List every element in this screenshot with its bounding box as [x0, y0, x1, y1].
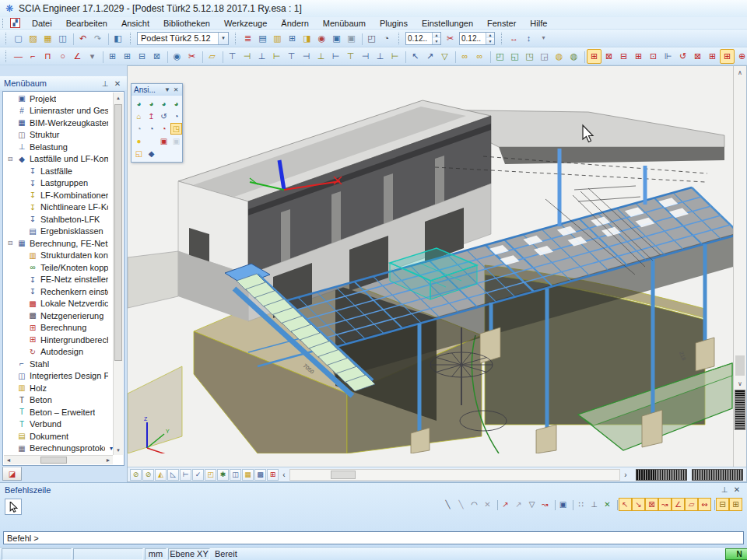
tree-item-berechnung[interactable]: ⊞ Berechnung [4, 322, 113, 334]
tree-item-strukturdaten[interactable]: ▥ Strukturdaten kont [4, 250, 113, 262]
box-green-icon[interactable]: ◳ [522, 49, 537, 64]
palette-dropdown-icon[interactable]: ▼ [163, 86, 171, 93]
perspective-icon[interactable]: ◆ [146, 148, 157, 159]
scroll-up-icon[interactable]: ▲ [114, 93, 123, 103]
snap-delete-icon[interactable]: ✕ [481, 498, 494, 511]
snap-parallel-icon[interactable]: ▱ [685, 498, 698, 511]
snap-line2-icon[interactable]: ╲ [454, 498, 468, 511]
menu-item[interactable]: Bibliotheken [156, 17, 217, 30]
open-project-icon[interactable]: ▨ [26, 31, 40, 46]
tree-item-berechnung-fe[interactable]: ⊟ ▦ Berechnung, FE-Netz [4, 237, 113, 250]
scrollbar-thumb[interactable] [331, 471, 356, 479]
snap-endpoint-icon[interactable]: ↖ [619, 498, 632, 511]
snap-cursor-icon[interactable]: ▣ [556, 498, 570, 511]
scroll-down-icon[interactable]: ∨ [734, 377, 746, 390]
layers-folder-icon[interactable]: ▱ [205, 49, 219, 64]
dim-arrow-icon[interactable]: ⊣ [358, 49, 373, 64]
view-palette-header[interactable]: Ansi... ▼ ✕ [132, 84, 182, 96]
status-cell-empty2[interactable] [73, 548, 143, 560]
tree-item-stahlbeton-lfk[interactable]: ↧ Stahlbeton-LFK [4, 213, 113, 226]
picture-icon[interactable]: ▣ [344, 31, 359, 46]
members-icon[interactable]: ◫ [230, 469, 241, 481]
notebook-icon[interactable]: ▥ [270, 31, 285, 46]
scroll-down-icon[interactable]: ▼ [114, 445, 123, 455]
dim-offset-icon[interactable]: ⊢ [269, 49, 284, 64]
menu-item[interactable]: Datei [25, 17, 59, 30]
new-project-icon[interactable]: ▢ [11, 31, 26, 46]
dim-node-icon[interactable]: ⊣ [240, 49, 254, 64]
model-viewport[interactable]: 7050 218 Z Y X Ansi... [127, 65, 747, 482]
snap-arc-icon[interactable]: ◠ [468, 498, 481, 511]
palette-close-icon[interactable]: ✕ [172, 86, 180, 93]
pin-icon[interactable]: ⊥ [719, 485, 730, 494]
tree-item-bim[interactable]: ▦ BIM-Werkzeugkasten [4, 117, 113, 129]
snap-angle-icon[interactable]: ∠ [672, 498, 685, 511]
load-beam-icon[interactable]: ⊟ [616, 49, 631, 64]
compare-members-icon[interactable]: ◰ [493, 49, 507, 64]
render-icon[interactable]: ▣ [158, 135, 170, 147]
snap-dot-grid-icon[interactable]: ∷ [574, 498, 587, 511]
visibility-icon[interactable]: ◉ [170, 49, 184, 64]
menu-tree-header[interactable]: Menübaum ⊥ ✕ [0, 76, 127, 90]
tree-item-integriertes-design[interactable]: ◫ Integriertes Design Fo [4, 370, 113, 383]
system-menu-icon[interactable]: ▞ [10, 18, 20, 28]
menu-item[interactable]: Hilfe [523, 17, 554, 30]
snap-surface-icon[interactable]: ▽ [525, 498, 538, 511]
dim-level-icon[interactable]: ⊣ [299, 49, 314, 64]
view-palette[interactable]: Ansi... ▼ ✕ ◕◕◕◕⌂↥↺◔◔◔◔◳●▣▣◱◆ [131, 83, 183, 163]
dim-chain-icon[interactable]: ⊥ [373, 49, 388, 64]
menu-item[interactable]: Plugins [373, 17, 415, 30]
tree-item-belastung[interactable]: ⊥ Belastung [4, 141, 113, 153]
boxes-icon[interactable]: ▦ [242, 469, 254, 481]
draw-angle-icon[interactable]: ∠ [70, 49, 85, 64]
tree-horizontal-scrollbar[interactable]: ◄ ► [4, 455, 113, 464]
clipping-box-icon[interactable]: ◳ [170, 123, 182, 135]
undo-icon[interactable]: ↶ [75, 31, 90, 46]
menu-drag-handle[interactable] [2, 19, 7, 28]
people-icon[interactable]: ◍ [552, 49, 566, 64]
render-mode2-icon[interactable]: ⊘ [142, 469, 154, 481]
dim-label-icon[interactable]: ⊤ [343, 49, 358, 64]
load-point-icon[interactable]: ⊡ [646, 49, 661, 64]
status-green-button[interactable]: N [725, 548, 747, 560]
flag-icon[interactable]: ⊢ [180, 469, 191, 481]
tree-item-teile-knoten[interactable]: ∞ Teile/Knoten kopp [4, 261, 113, 274]
scroll-up-icon[interactable]: ∧ [734, 66, 746, 79]
snap-tangent-icon[interactable]: ↝ [658, 498, 672, 511]
view-side-icon[interactable]: ◕ [158, 98, 170, 110]
model-canvas[interactable]: 7050 218 Z Y X [128, 66, 735, 453]
palette-divider[interactable] [146, 135, 157, 147]
people2-icon[interactable]: ◍ [566, 49, 581, 64]
status-cell-units[interactable]: mm [145, 548, 167, 560]
dim-height-icon[interactable]: ⊤ [284, 49, 299, 64]
draw-bracket-icon[interactable]: ⊓ [40, 49, 55, 64]
labels-icon[interactable]: ✓ [192, 469, 204, 481]
snap-edge-icon[interactable]: ↗ [512, 498, 525, 511]
volume-icon[interactable]: ◰ [205, 469, 216, 481]
snap-node-icon[interactable]: ↗ [499, 498, 512, 511]
zoom-all-icon[interactable]: ⌂ [133, 110, 145, 122]
tree-item-nichtlineare[interactable]: ↧ Nichtlineare LF-Ko [4, 201, 113, 214]
load-move-icon[interactable]: ⊞ [705, 49, 720, 64]
tree-item-ergebnisklassen[interactable]: ▤ Ergebnisklassen [4, 226, 113, 238]
snap-curve-icon[interactable]: ↝ [538, 498, 552, 511]
load-node-icon[interactable]: ⊞ [631, 49, 646, 64]
tree-item-hintergrund[interactable]: ⊞ Hintergrundberech [4, 334, 113, 346]
menu-item[interactable]: Ansicht [114, 17, 156, 30]
print-preview-icon[interactable]: ◔ [379, 31, 394, 46]
tree-item-beton[interactable]: T Beton [4, 394, 113, 407]
project-selector[interactable]: Podest Türk2 5.12 ▾ [137, 32, 229, 45]
menu-item[interactable]: Bearbeiten [59, 17, 114, 30]
splitter-stripes[interactable] [692, 469, 743, 481]
tree-item-rechenkern[interactable]: ↧ Rechenkern einstel [4, 285, 113, 298]
select-lasso-icon[interactable]: ↗ [423, 49, 437, 64]
snap-perpendicular-icon[interactable]: ⊥ [587, 498, 601, 511]
tree-item-projekt[interactable]: ▣ Projekt [4, 93, 113, 105]
tree-item-dokument[interactable]: ▤ Dokument [4, 430, 113, 443]
scrollbar-thumb[interactable] [114, 104, 122, 361]
save-icon[interactable]: ◫ [55, 31, 70, 46]
load-surface-icon[interactable]: ⊠ [601, 49, 616, 64]
menu-item[interactable]: Einstellungen [415, 17, 480, 30]
load-panel-icon[interactable]: ⊞ [587, 49, 601, 64]
tree-item-lastgruppen[interactable]: ↧ Lastgruppen [4, 177, 113, 190]
